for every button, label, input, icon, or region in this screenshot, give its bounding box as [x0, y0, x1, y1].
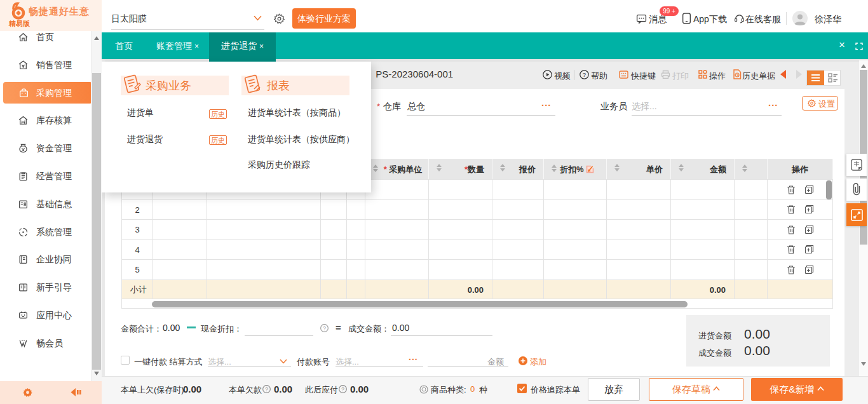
- svg-text:?: ?: [341, 386, 344, 393]
- svg-text:?: ?: [323, 325, 326, 332]
- svg-text:?: ?: [265, 386, 268, 393]
- svg-text:?: ?: [583, 71, 586, 78]
